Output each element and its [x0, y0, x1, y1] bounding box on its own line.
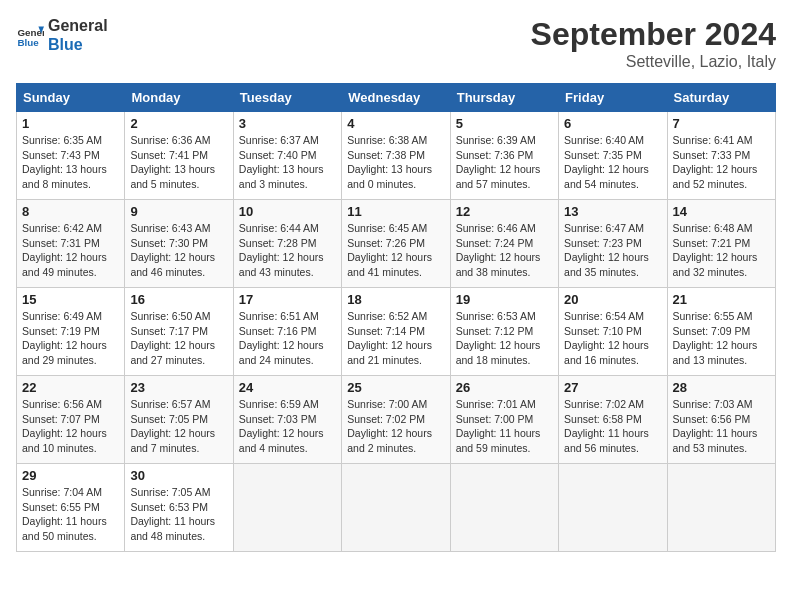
location: Setteville, Lazio, Italy: [531, 53, 776, 71]
day-info: Sunrise: 7:01 AMSunset: 7:00 PMDaylight:…: [456, 397, 553, 456]
weekday-header-wednesday: Wednesday: [342, 84, 450, 112]
calendar-cell: 25Sunrise: 7:00 AMSunset: 7:02 PMDayligh…: [342, 376, 450, 464]
day-info: Sunrise: 6:56 AMSunset: 7:07 PMDaylight:…: [22, 397, 119, 456]
title-block: September 2024 Setteville, Lazio, Italy: [531, 16, 776, 71]
day-info: Sunrise: 6:45 AMSunset: 7:26 PMDaylight:…: [347, 221, 444, 280]
calendar-cell: 1Sunrise: 6:35 AMSunset: 7:43 PMDaylight…: [17, 112, 125, 200]
day-info: Sunrise: 6:53 AMSunset: 7:12 PMDaylight:…: [456, 309, 553, 368]
calendar-cell: 17Sunrise: 6:51 AMSunset: 7:16 PMDayligh…: [233, 288, 341, 376]
calendar-cell: 28Sunrise: 7:03 AMSunset: 6:56 PMDayligh…: [667, 376, 775, 464]
day-number: 23: [130, 380, 227, 395]
day-number: 3: [239, 116, 336, 131]
day-info: Sunrise: 6:38 AMSunset: 7:38 PMDaylight:…: [347, 133, 444, 192]
calendar-cell: 21Sunrise: 6:55 AMSunset: 7:09 PMDayligh…: [667, 288, 775, 376]
day-info: Sunrise: 6:37 AMSunset: 7:40 PMDaylight:…: [239, 133, 336, 192]
calendar-cell: 8Sunrise: 6:42 AMSunset: 7:31 PMDaylight…: [17, 200, 125, 288]
day-info: Sunrise: 6:54 AMSunset: 7:10 PMDaylight:…: [564, 309, 661, 368]
calendar-cell: [342, 464, 450, 552]
day-number: 11: [347, 204, 444, 219]
day-number: 13: [564, 204, 661, 219]
day-number: 19: [456, 292, 553, 307]
day-info: Sunrise: 7:02 AMSunset: 6:58 PMDaylight:…: [564, 397, 661, 456]
logo: General Blue General Blue: [16, 16, 108, 54]
calendar-cell: [450, 464, 558, 552]
day-info: Sunrise: 6:40 AMSunset: 7:35 PMDaylight:…: [564, 133, 661, 192]
day-info: Sunrise: 6:46 AMSunset: 7:24 PMDaylight:…: [456, 221, 553, 280]
day-info: Sunrise: 6:41 AMSunset: 7:33 PMDaylight:…: [673, 133, 770, 192]
day-number: 8: [22, 204, 119, 219]
logo-general: General: [48, 16, 108, 35]
day-info: Sunrise: 7:03 AMSunset: 6:56 PMDaylight:…: [673, 397, 770, 456]
calendar-cell: 2Sunrise: 6:36 AMSunset: 7:41 PMDaylight…: [125, 112, 233, 200]
calendar-cell: 3Sunrise: 6:37 AMSunset: 7:40 PMDaylight…: [233, 112, 341, 200]
calendar-cell: 15Sunrise: 6:49 AMSunset: 7:19 PMDayligh…: [17, 288, 125, 376]
calendar-cell: [559, 464, 667, 552]
calendar-cell: 20Sunrise: 6:54 AMSunset: 7:10 PMDayligh…: [559, 288, 667, 376]
day-number: 24: [239, 380, 336, 395]
day-number: 10: [239, 204, 336, 219]
calendar-week-1: 1Sunrise: 6:35 AMSunset: 7:43 PMDaylight…: [17, 112, 776, 200]
day-number: 9: [130, 204, 227, 219]
day-number: 25: [347, 380, 444, 395]
calendar-cell: 27Sunrise: 7:02 AMSunset: 6:58 PMDayligh…: [559, 376, 667, 464]
logo-blue: Blue: [48, 35, 108, 54]
calendar-cell: 30Sunrise: 7:05 AMSunset: 6:53 PMDayligh…: [125, 464, 233, 552]
calendar-cell: 11Sunrise: 6:45 AMSunset: 7:26 PMDayligh…: [342, 200, 450, 288]
calendar-cell: 6Sunrise: 6:40 AMSunset: 7:35 PMDaylight…: [559, 112, 667, 200]
day-info: Sunrise: 6:43 AMSunset: 7:30 PMDaylight:…: [130, 221, 227, 280]
day-number: 4: [347, 116, 444, 131]
calendar-cell: 23Sunrise: 6:57 AMSunset: 7:05 PMDayligh…: [125, 376, 233, 464]
day-info: Sunrise: 6:52 AMSunset: 7:14 PMDaylight:…: [347, 309, 444, 368]
calendar-cell: 12Sunrise: 6:46 AMSunset: 7:24 PMDayligh…: [450, 200, 558, 288]
day-number: 6: [564, 116, 661, 131]
calendar-cell: 9Sunrise: 6:43 AMSunset: 7:30 PMDaylight…: [125, 200, 233, 288]
calendar-cell: 24Sunrise: 6:59 AMSunset: 7:03 PMDayligh…: [233, 376, 341, 464]
day-info: Sunrise: 6:44 AMSunset: 7:28 PMDaylight:…: [239, 221, 336, 280]
day-info: Sunrise: 7:00 AMSunset: 7:02 PMDaylight:…: [347, 397, 444, 456]
calendar-cell: 4Sunrise: 6:38 AMSunset: 7:38 PMDaylight…: [342, 112, 450, 200]
day-number: 16: [130, 292, 227, 307]
day-info: Sunrise: 6:35 AMSunset: 7:43 PMDaylight:…: [22, 133, 119, 192]
day-number: 20: [564, 292, 661, 307]
day-info: Sunrise: 6:48 AMSunset: 7:21 PMDaylight:…: [673, 221, 770, 280]
logo-icon: General Blue: [16, 21, 44, 49]
day-number: 30: [130, 468, 227, 483]
day-number: 2: [130, 116, 227, 131]
day-number: 28: [673, 380, 770, 395]
calendar-cell: 26Sunrise: 7:01 AMSunset: 7:00 PMDayligh…: [450, 376, 558, 464]
weekday-header-friday: Friday: [559, 84, 667, 112]
calendar-cell: [233, 464, 341, 552]
day-number: 29: [22, 468, 119, 483]
calendar-cell: [667, 464, 775, 552]
weekday-header-monday: Monday: [125, 84, 233, 112]
day-info: Sunrise: 6:36 AMSunset: 7:41 PMDaylight:…: [130, 133, 227, 192]
day-info: Sunrise: 6:55 AMSunset: 7:09 PMDaylight:…: [673, 309, 770, 368]
page-header: General Blue General Blue September 2024…: [16, 16, 776, 71]
day-info: Sunrise: 6:50 AMSunset: 7:17 PMDaylight:…: [130, 309, 227, 368]
day-number: 14: [673, 204, 770, 219]
day-number: 18: [347, 292, 444, 307]
calendar-week-2: 8Sunrise: 6:42 AMSunset: 7:31 PMDaylight…: [17, 200, 776, 288]
day-number: 1: [22, 116, 119, 131]
calendar-cell: 14Sunrise: 6:48 AMSunset: 7:21 PMDayligh…: [667, 200, 775, 288]
day-info: Sunrise: 6:57 AMSunset: 7:05 PMDaylight:…: [130, 397, 227, 456]
day-info: Sunrise: 6:59 AMSunset: 7:03 PMDaylight:…: [239, 397, 336, 456]
weekday-header-tuesday: Tuesday: [233, 84, 341, 112]
day-number: 17: [239, 292, 336, 307]
calendar-cell: 5Sunrise: 6:39 AMSunset: 7:36 PMDaylight…: [450, 112, 558, 200]
calendar-cell: 10Sunrise: 6:44 AMSunset: 7:28 PMDayligh…: [233, 200, 341, 288]
day-number: 27: [564, 380, 661, 395]
calendar-cell: 19Sunrise: 6:53 AMSunset: 7:12 PMDayligh…: [450, 288, 558, 376]
day-info: Sunrise: 6:39 AMSunset: 7:36 PMDaylight:…: [456, 133, 553, 192]
day-number: 26: [456, 380, 553, 395]
weekday-header-thursday: Thursday: [450, 84, 558, 112]
day-number: 15: [22, 292, 119, 307]
calendar-table: SundayMondayTuesdayWednesdayThursdayFrid…: [16, 83, 776, 552]
day-number: 5: [456, 116, 553, 131]
calendar-week-4: 22Sunrise: 6:56 AMSunset: 7:07 PMDayligh…: [17, 376, 776, 464]
calendar-cell: 29Sunrise: 7:04 AMSunset: 6:55 PMDayligh…: [17, 464, 125, 552]
calendar-week-3: 15Sunrise: 6:49 AMSunset: 7:19 PMDayligh…: [17, 288, 776, 376]
day-number: 7: [673, 116, 770, 131]
calendar-cell: 13Sunrise: 6:47 AMSunset: 7:23 PMDayligh…: [559, 200, 667, 288]
day-info: Sunrise: 6:51 AMSunset: 7:16 PMDaylight:…: [239, 309, 336, 368]
